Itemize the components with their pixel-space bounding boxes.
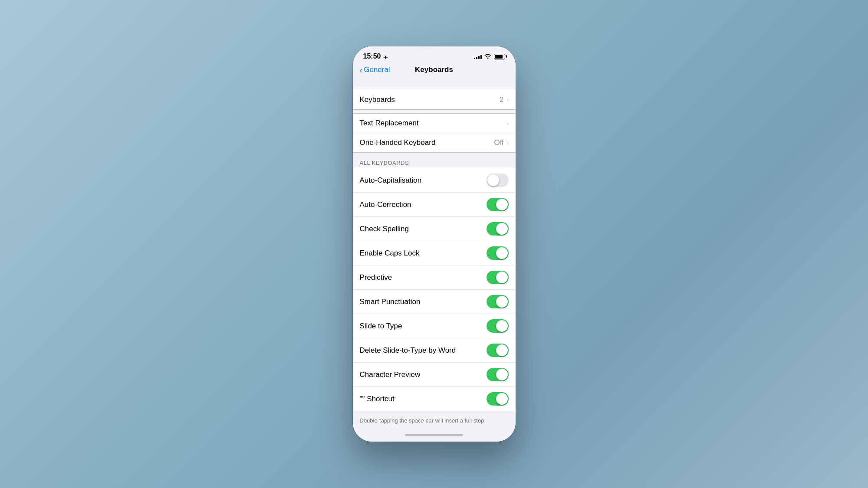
toggle-knob — [496, 320, 508, 332]
toggle-knob — [496, 223, 508, 235]
footer-note: Double-tapping the space bar will insert… — [353, 415, 516, 427]
toggle-knob — [487, 174, 499, 186]
settings-content: Keyboards 2 › Text Replacement › One-Han… — [353, 79, 516, 431]
toggle-knob — [496, 247, 508, 259]
second-group: Text Replacement › One-Handed Keyboard O… — [353, 113, 516, 153]
slide-to-type-label: Slide to Type — [360, 322, 402, 331]
home-bar — [405, 434, 463, 436]
smart-punctuation-label: Smart Punctuation — [360, 298, 421, 306]
keyboards-row[interactable]: Keyboards 2 › — [353, 90, 516, 109]
shortcut-label: "" Shortcut — [360, 395, 395, 403]
check-spelling-toggle[interactable] — [487, 222, 509, 236]
smart-punctuation-toggle[interactable] — [487, 295, 509, 308]
auto-correction-label: Auto-Correction — [360, 200, 411, 209]
nav-bar: ‹ General Keyboards — [353, 64, 516, 79]
page-title: Keyboards — [415, 66, 453, 74]
one-handed-right: Off › — [494, 138, 508, 147]
status-time: 15:50 — [363, 52, 381, 60]
toggle-knob — [496, 199, 508, 210]
toggle-knob — [496, 344, 508, 356]
delete-slide-to-type-label: Delete Slide-to-Type by Word — [360, 346, 456, 355]
delete-slide-to-type-row: Delete Slide-to-Type by Word — [353, 338, 516, 363]
keyboards-count: 2 — [500, 95, 503, 104]
slide-to-type-row: Slide to Type — [353, 314, 516, 338]
status-bar: 15:50 ✈ — [353, 46, 516, 64]
one-handed-keyboard-label: One-Handed Keyboard — [360, 138, 436, 147]
slide-to-type-toggle[interactable] — [487, 319, 509, 333]
keyboards-right: 2 › — [500, 95, 508, 104]
shortcut-row: "" Shortcut — [353, 387, 516, 411]
auto-correction-toggle[interactable] — [487, 198, 509, 211]
text-replacement-label: Text Replacement — [360, 119, 419, 128]
signal-icon — [474, 54, 482, 59]
character-preview-row: Character Preview — [353, 363, 516, 387]
battery-icon — [494, 54, 505, 59]
back-label: General — [364, 66, 390, 74]
toggles-group: Auto-Capitalisation Auto-Correction Chec… — [353, 168, 516, 411]
toggle-knob — [496, 369, 508, 380]
enable-caps-lock-row: Enable Caps Lock — [353, 241, 516, 265]
keyboards-label: Keyboards — [360, 95, 395, 104]
text-replacement-chevron-icon: › — [506, 120, 509, 127]
toggle-knob — [496, 272, 508, 283]
auto-capitalisation-row: Auto-Capitalisation — [353, 168, 516, 193]
status-icons — [474, 53, 505, 60]
predictive-label: Predictive — [360, 273, 392, 282]
auto-capitalisation-toggle[interactable] — [487, 174, 509, 187]
character-preview-label: Character Preview — [360, 370, 421, 379]
check-spelling-label: Check Spelling — [360, 225, 409, 233]
delete-slide-to-type-toggle[interactable] — [487, 344, 509, 357]
predictive-row: Predictive — [353, 265, 516, 290]
wifi-icon — [484, 53, 491, 60]
navigation-icon-wrapper: ✈ — [383, 54, 388, 61]
home-indicator — [353, 431, 516, 442]
one-handed-keyboard-row[interactable]: One-Handed Keyboard Off › — [353, 133, 516, 152]
auto-capitalisation-label: Auto-Capitalisation — [360, 176, 422, 185]
text-replacement-right: › — [506, 120, 509, 127]
phone-frame: 15:50 ✈ ‹ — [353, 46, 516, 442]
predictive-toggle[interactable] — [487, 271, 509, 284]
keyboards-group: Keyboards 2 › — [353, 90, 516, 110]
text-replacement-row[interactable]: Text Replacement › — [353, 114, 516, 133]
enable-caps-lock-toggle[interactable] — [487, 246, 509, 260]
back-button[interactable]: ‹ General — [360, 66, 390, 74]
navigation-icon: ✈ — [383, 54, 388, 61]
toggle-knob — [496, 393, 508, 405]
shortcut-toggle[interactable] — [487, 392, 509, 406]
section-label-all-keyboards: ALL KEYBOARDS — [353, 156, 516, 168]
smart-punctuation-row: Smart Punctuation — [353, 290, 516, 314]
one-handed-value: Off — [494, 138, 503, 147]
check-spelling-row: Check Spelling — [353, 217, 516, 241]
character-preview-toggle[interactable] — [487, 368, 509, 381]
auto-correction-row: Auto-Correction — [353, 193, 516, 217]
toggle-knob — [496, 296, 508, 308]
back-chevron-icon: ‹ — [360, 66, 363, 74]
one-handed-chevron-icon: › — [506, 139, 509, 146]
keyboards-chevron-icon: › — [506, 96, 509, 103]
enable-caps-lock-label: Enable Caps Lock — [360, 249, 420, 258]
